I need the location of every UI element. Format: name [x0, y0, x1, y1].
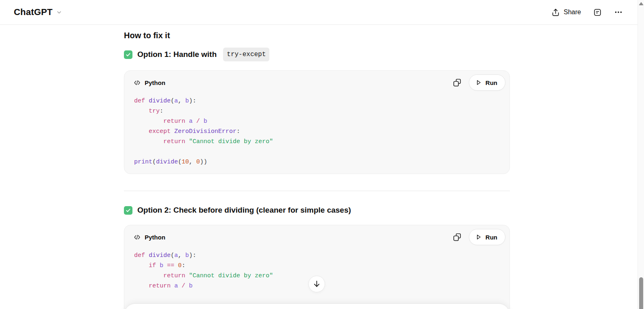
inline-code-chip: try-except	[223, 48, 269, 61]
play-icon	[475, 234, 482, 240]
top-bar: ChatGPT Share	[0, 0, 644, 25]
model-selector[interactable]: ChatGPT	[14, 7, 62, 17]
scrollbar-up-arrow[interactable]	[639, 2, 644, 5]
code-line	[134, 147, 500, 157]
conversation-area: How to fix it Option 1: Handle with try-…	[124, 30, 510, 309]
copy-code-button[interactable]	[450, 230, 464, 244]
option-2-heading: Option 2: Check before dividing (cleaner…	[124, 205, 510, 216]
play-icon	[475, 79, 482, 86]
option-1-title: Option 1: Handle with	[137, 49, 217, 60]
code-line: return a / b	[134, 116, 500, 126]
language-label: Python	[145, 234, 165, 241]
code-line: try:	[134, 106, 500, 116]
code-line: except ZeroDivisionError:	[134, 126, 500, 137]
page-title: How to fix it	[124, 30, 510, 41]
code-block-1-header: Python Run	[124, 71, 510, 91]
more-options-button[interactable]	[614, 8, 623, 17]
scroll-to-bottom-button[interactable]	[308, 276, 325, 292]
document-icon	[593, 8, 602, 17]
scrollbar[interactable]	[637, 0, 644, 309]
code-line: if b == 0:	[134, 261, 500, 271]
language-label: Python	[145, 79, 165, 86]
option-2-title: Option 2: Check before dividing (cleaner…	[137, 205, 351, 216]
code-actions: Run	[450, 74, 505, 91]
code-line: print(divide(10, 0))	[134, 157, 500, 167]
section-divider	[124, 191, 510, 191]
arrow-down-icon	[312, 280, 321, 288]
code-block-2-header: Python Run	[124, 225, 510, 245]
share-button[interactable]: Share	[551, 8, 581, 17]
share-icon	[551, 8, 560, 17]
copy-code-button[interactable]	[450, 76, 464, 89]
canvas-document-button[interactable]	[593, 8, 602, 17]
code-block-2: Python Run def divide(a, b): if b == 0: …	[124, 225, 510, 309]
code-actions: Run	[450, 229, 505, 245]
check-mark-icon	[124, 50, 132, 59]
run-code-button[interactable]: Run	[469, 74, 505, 91]
copy-icon	[453, 233, 462, 242]
run-code-button[interactable]: Run	[469, 229, 505, 245]
code-icon	[134, 79, 141, 86]
run-label: Run	[486, 234, 497, 241]
scrollbar-thumb[interactable]	[639, 277, 643, 309]
check-mark-icon	[124, 206, 132, 215]
code-line: def divide(a, b):	[134, 96, 500, 106]
share-label: Share	[564, 9, 581, 16]
chevron-down-icon	[56, 9, 62, 15]
app-title: ChatGPT	[14, 7, 53, 17]
code-line	[134, 291, 500, 301]
message-composer[interactable]	[124, 303, 510, 309]
copy-icon	[453, 78, 462, 87]
option-1-heading: Option 1: Handle with try-except	[124, 48, 510, 61]
code-line: def divide(a, b):	[134, 250, 500, 261]
code-block-1: Python Run def divide(a, b): try: return…	[124, 70, 510, 174]
code-icon	[134, 234, 141, 241]
ellipsis-icon	[614, 8, 623, 17]
code-content: def divide(a, b): try: return a / b exce…	[124, 91, 510, 174]
topbar-actions: Share	[551, 8, 623, 17]
code-line: return "Cannot divide by zero"	[134, 137, 500, 147]
run-label: Run	[486, 79, 497, 86]
